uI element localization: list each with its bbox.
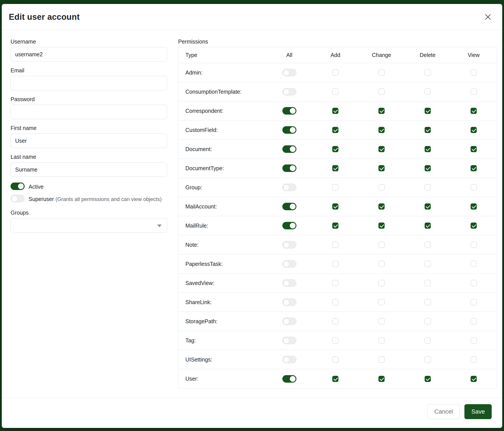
permission-view-checkbox[interactable] [471,203,477,210]
permission-view-checkbox[interactable] [471,376,477,382]
permission-add-checkbox[interactable] [332,299,338,305]
permission-delete-checkbox[interactable] [425,376,431,382]
permission-delete-checkbox[interactable] [425,242,431,248]
permission-add-checkbox[interactable] [332,280,338,286]
permission-add-checkbox[interactable] [332,357,338,363]
permission-all-toggle[interactable] [282,164,297,172]
permission-add-checkbox[interactable] [332,184,338,190]
permission-change-checkbox[interactable] [378,223,385,229]
permission-add-checkbox[interactable] [332,165,338,171]
permission-all-toggle[interactable] [282,298,297,306]
permission-delete-checkbox[interactable] [425,108,431,114]
save-button[interactable]: Save [464,404,492,419]
permission-all-toggle[interactable] [282,337,297,344]
permission-change-checkbox[interactable] [378,70,385,76]
permission-view-checkbox[interactable] [471,70,477,76]
permission-all-toggle[interactable] [282,88,297,95]
active-toggle[interactable] [10,182,25,190]
permission-change-checkbox[interactable] [378,127,385,133]
permission-change-checkbox[interactable] [378,146,385,152]
permission-add-checkbox[interactable] [332,337,338,343]
permission-add-checkbox[interactable] [332,146,338,152]
password-input[interactable] [10,105,167,119]
permission-add-checkbox[interactable] [332,376,338,382]
permission-all-toggle[interactable] [282,184,297,191]
permission-view-checkbox[interactable] [471,108,477,114]
first-name-input[interactable] [10,134,167,148]
permission-view-checkbox[interactable] [471,280,477,286]
groups-select[interactable] [10,218,167,233]
permission-all-toggle[interactable] [282,145,297,153]
permission-delete-checkbox[interactable] [425,127,431,133]
permission-add-checkbox[interactable] [332,318,338,324]
permission-delete-checkbox[interactable] [425,165,431,171]
permission-delete-checkbox[interactable] [425,280,431,286]
permission-add-checkbox[interactable] [332,127,338,133]
permission-change-checkbox[interactable] [378,89,385,95]
permission-view-checkbox[interactable] [471,318,477,324]
permission-all-toggle[interactable] [282,260,297,268]
permission-delete-checkbox[interactable] [425,203,431,210]
permission-change-checkbox[interactable] [378,242,385,248]
cancel-button[interactable]: Cancel [427,404,459,419]
permission-all-toggle[interactable] [282,107,297,115]
permission-change-checkbox[interactable] [378,337,385,343]
permission-delete-checkbox[interactable] [425,89,431,95]
permission-delete-checkbox[interactable] [425,223,431,229]
permission-change-checkbox[interactable] [378,165,385,171]
permission-view-checkbox[interactable] [471,223,477,229]
permission-all-toggle[interactable] [282,126,297,134]
permission-all-toggle[interactable] [282,356,297,363]
column-header-type: Type [178,52,266,58]
superuser-label-block: Superuser (Grants all permissions and ca… [29,195,162,203]
permission-add-checkbox[interactable] [332,108,338,114]
permission-all-toggle[interactable] [282,317,297,325]
permission-change-checkbox[interactable] [378,376,385,382]
permission-delete-checkbox[interactable] [425,184,431,190]
permission-delete-checkbox[interactable] [425,146,431,152]
permission-add-checkbox[interactable] [332,89,338,95]
permission-view-checkbox[interactable] [471,337,477,343]
permission-all-toggle[interactable] [282,203,297,210]
permission-change-checkbox[interactable] [378,318,385,324]
permission-row: Group: [178,178,497,197]
permission-change-checkbox[interactable] [378,108,385,114]
permission-add-checkbox[interactable] [332,261,338,267]
permission-view-checkbox[interactable] [471,261,477,267]
permission-change-checkbox[interactable] [378,261,385,267]
permission-change-checkbox[interactable] [378,280,385,286]
permission-delete-checkbox[interactable] [425,299,431,305]
permission-change-checkbox[interactable] [378,299,385,305]
email-group: Email [10,67,167,90]
username-input[interactable] [10,47,167,62]
permission-view-checkbox[interactable] [471,299,477,305]
permission-delete-checkbox[interactable] [425,70,431,76]
permission-delete-checkbox[interactable] [425,357,431,363]
last-name-input[interactable] [10,162,167,177]
permission-delete-checkbox[interactable] [425,318,431,324]
permission-delete-checkbox[interactable] [425,337,431,343]
permission-delete-checkbox[interactable] [425,261,431,267]
permission-all-toggle[interactable] [282,375,297,383]
permission-all-toggle[interactable] [282,279,297,287]
permission-all-toggle[interactable] [282,241,297,249]
permission-view-checkbox[interactable] [471,184,477,190]
permission-view-checkbox[interactable] [471,242,477,248]
superuser-toggle[interactable] [10,195,25,202]
permission-view-checkbox[interactable] [471,357,477,363]
permission-view-checkbox[interactable] [471,127,477,133]
permission-change-checkbox[interactable] [378,184,385,190]
permission-view-checkbox[interactable] [471,165,477,171]
permission-add-checkbox[interactable] [332,70,338,76]
permission-view-checkbox[interactable] [471,146,477,152]
permission-add-checkbox[interactable] [332,242,338,248]
close-button[interactable] [482,11,494,22]
email-input[interactable] [10,76,167,90]
permission-all-toggle[interactable] [282,69,297,76]
permission-change-checkbox[interactable] [378,357,385,363]
permission-view-checkbox[interactable] [471,89,477,95]
permission-all-toggle[interactable] [282,222,297,229]
permission-change-checkbox[interactable] [378,203,385,210]
permission-add-checkbox[interactable] [332,223,338,229]
permission-add-checkbox[interactable] [332,203,338,210]
